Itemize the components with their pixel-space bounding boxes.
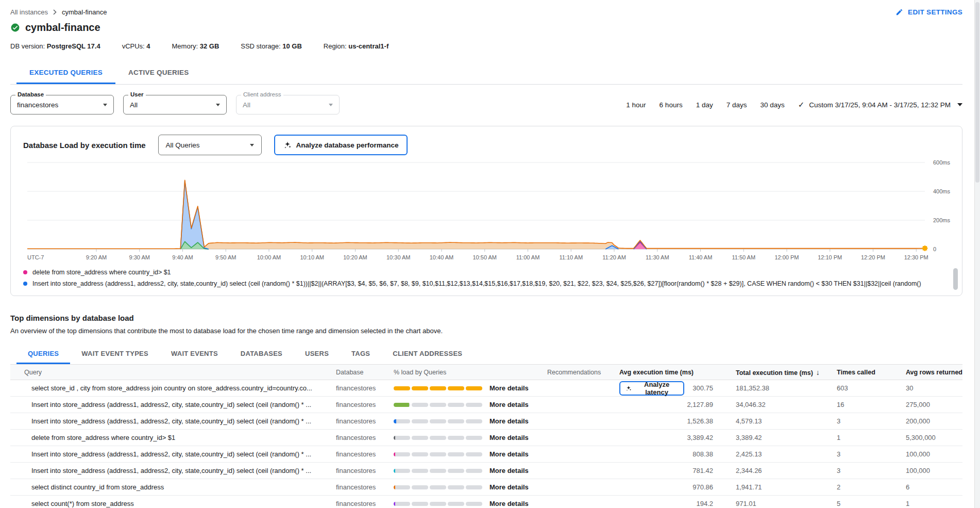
- avg-execution-cell: 970.86: [619, 483, 714, 491]
- chart-controls: Database Load by execution time All Quer…: [23, 135, 950, 155]
- table-header: QueryDatabase% load by QueriesRecommenda…: [10, 364, 962, 380]
- more-details-link[interactable]: More details: [489, 450, 547, 458]
- load-bar-segment: [466, 403, 482, 407]
- total-execution-cell: 181,352.38: [714, 384, 837, 392]
- avg-execution-cell: 808.38: [619, 450, 714, 458]
- database-cell: financestores: [336, 417, 394, 425]
- more-details-link[interactable]: More details: [489, 500, 547, 507]
- avg-execution-value: 1,526.38: [687, 417, 713, 425]
- load-bar-segment: [466, 452, 482, 456]
- query-cell[interactable]: delete from store_address where country_…: [10, 434, 336, 441]
- sort-desc-icon: ↓: [816, 368, 820, 376]
- load-bar-segment: [412, 386, 428, 390]
- legend-item: Insert into store_address (address1, add…: [23, 278, 922, 289]
- load-bar-segment: [394, 403, 410, 407]
- svg-text:UTC-7: UTC-7: [27, 254, 44, 260]
- edit-settings-button[interactable]: EDIT SETTINGS: [895, 8, 962, 16]
- query-cell[interactable]: select store_id , city from store_addres…: [10, 384, 336, 392]
- analyze-latency-button[interactable]: Analyze latency: [619, 381, 684, 396]
- query-cell[interactable]: select count(*) from store_address: [10, 500, 336, 507]
- load-chart[interactable]: 0200ms400ms600ms9:20 AM9:30 AM9:40 AM9:5…: [23, 158, 956, 263]
- col-header-recommendations[interactable]: Recommendations: [547, 369, 619, 376]
- col-header-avg-execution-time-ms[interactable]: Avg execution time (ms): [619, 369, 714, 376]
- gemini-spark-icon: [283, 141, 292, 149]
- dim-tab-tags[interactable]: TAGS: [340, 343, 381, 364]
- svg-text:400ms: 400ms: [933, 188, 951, 194]
- dim-tab-wait-events[interactable]: WAIT EVENTS: [160, 343, 229, 364]
- query-cell[interactable]: Insert into store_address (address1, add…: [10, 401, 336, 408]
- col-header-total-execution-time-ms[interactable]: Total execution time (ms)↓: [714, 368, 837, 376]
- time-preset-30-days[interactable]: 30 days: [760, 101, 784, 109]
- meta-label: SSD storage:: [241, 42, 282, 50]
- more-details-link[interactable]: More details: [489, 483, 547, 491]
- custom-range-label: Custom 3/17/25, 9:04 AM - 3/17/25, 12:32…: [809, 101, 951, 109]
- top-dimensions-title: Top dimensions by database load: [10, 314, 962, 322]
- load-bar-segment: [466, 436, 482, 440]
- more-details-link[interactable]: More details: [489, 417, 547, 425]
- times-called-cell: 3: [837, 417, 906, 425]
- dim-tab-wait-event-types[interactable]: WAIT EVENT TYPES: [70, 343, 160, 364]
- time-preset-1-hour[interactable]: 1 hour: [626, 101, 646, 109]
- load-bar-segment: [430, 452, 446, 456]
- chart-wrap: 0200ms400ms600ms9:20 AM9:30 AM9:40 AM9:5…: [23, 158, 950, 265]
- load-bar-segment: [412, 452, 428, 456]
- filter-database[interactable]: Databasefinancestores: [10, 95, 114, 114]
- col-header-label: Query: [24, 369, 42, 376]
- tab-active-queries[interactable]: ACTIVE QUERIES: [115, 61, 202, 84]
- analyze-database-performance-button[interactable]: Analyze database performance: [274, 135, 408, 155]
- custom-time-range[interactable]: ✓Custom 3/17/25, 9:04 AM - 3/17/25, 12:3…: [798, 100, 962, 109]
- page-scrollbar[interactable]: [974, 0, 980, 508]
- filter-row: DatabasefinancestoresUserAllClient addre…: [10, 95, 962, 114]
- avg-execution-value: 781.42: [692, 467, 713, 474]
- avg-rows-cell: 5,300,000: [906, 434, 962, 441]
- svg-text:12:10 PM: 12:10 PM: [818, 254, 842, 260]
- filter-value: All: [243, 101, 250, 109]
- meta-region: Region: us-central1-f: [324, 42, 388, 50]
- dim-tab-databases[interactable]: DATABASES: [229, 343, 294, 364]
- load-bar-segment: [412, 485, 428, 489]
- col-header-load-by-queries[interactable]: % load by Queries: [394, 369, 489, 376]
- chevron-right-icon: [53, 9, 57, 15]
- query-cell[interactable]: select distinct country_id from store_ad…: [10, 483, 336, 491]
- more-details-link[interactable]: More details: [489, 434, 547, 441]
- avg-execution-value: 194.2: [696, 500, 713, 507]
- load-bar: [394, 469, 482, 473]
- col-header-avg-rows-returned[interactable]: Avg rows returned: [906, 369, 962, 376]
- time-preset-7-days[interactable]: 7 days: [726, 101, 747, 109]
- col-header-times-called[interactable]: Times called: [837, 369, 906, 376]
- load-bar-cell: [394, 436, 489, 440]
- dim-tab-client-addresses[interactable]: CLIENT ADDRESSES: [381, 343, 474, 364]
- topbar: All instances cymbal-finance EDIT SETTIN…: [10, 0, 962, 16]
- load-bar-segment: [412, 419, 428, 423]
- breadcrumb-all-instances[interactable]: All instances: [10, 8, 48, 16]
- query-cell[interactable]: Insert into store_address (address1, add…: [10, 450, 336, 458]
- more-details-link[interactable]: More details: [489, 384, 547, 392]
- more-details-link[interactable]: More details: [489, 401, 547, 408]
- tab-executed-queries[interactable]: EXECUTED QUERIES: [16, 61, 115, 84]
- query-cell[interactable]: Insert into store_address (address1, add…: [10, 417, 336, 425]
- page-scrollbar-thumb[interactable]: [975, 2, 979, 183]
- instance-meta: DB version: PostgreSQL 17.4vCPUs: 4Memor…: [10, 42, 962, 50]
- meta-label: Memory:: [172, 42, 200, 50]
- query-cell[interactable]: Insert into store_address (address1, add…: [10, 467, 336, 474]
- svg-text:10:30 AM: 10:30 AM: [386, 254, 410, 260]
- more-details-link[interactable]: More details: [489, 467, 547, 474]
- svg-text:10:40 AM: 10:40 AM: [430, 254, 453, 260]
- time-preset-6-hours[interactable]: 6 hours: [660, 101, 683, 109]
- load-bar-segment: [412, 436, 428, 440]
- legend-scrollbar-thumb[interactable]: [953, 268, 958, 290]
- table-row: select count(*) from store_addressfinanc…: [10, 496, 962, 508]
- svg-text:10:10 AM: 10:10 AM: [300, 254, 324, 260]
- dim-tab-users[interactable]: USERS: [294, 343, 340, 364]
- load-bar-segment: [448, 419, 464, 423]
- time-preset-1-day[interactable]: 1 day: [696, 101, 713, 109]
- dim-tab-queries[interactable]: QUERIES: [16, 343, 70, 364]
- col-header-query[interactable]: Query: [10, 369, 336, 376]
- filter-user[interactable]: UserAll: [123, 95, 227, 114]
- col-header-label: Avg execution time (ms): [619, 369, 694, 376]
- healthy-status-icon: [10, 23, 20, 32]
- meta-memory: Memory: 32 GB: [172, 42, 219, 50]
- col-header-database[interactable]: Database: [336, 369, 394, 376]
- query-filter-select[interactable]: All Queries: [158, 135, 262, 155]
- time-range-selector: 1 hour6 hours1 day7 days30 days✓Custom 3…: [626, 100, 962, 109]
